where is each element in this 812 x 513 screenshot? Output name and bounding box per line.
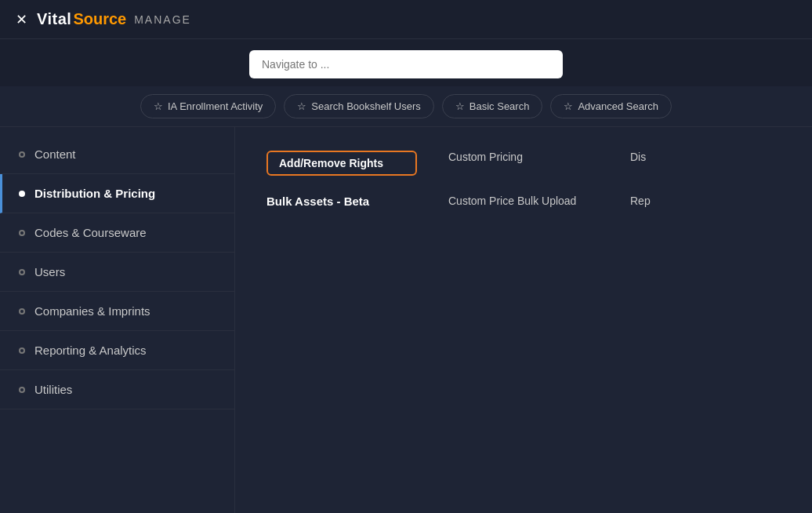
sidebar-dot-icon bbox=[19, 347, 25, 354]
logo-manage-text: MANAGE bbox=[134, 13, 191, 26]
sidebar-item-distribution-pricing[interactable]: Distribution & Pricing bbox=[0, 174, 234, 213]
sidebar-dot-icon bbox=[19, 230, 25, 236]
sidebar: Content Distribution & Pricing Codes & C… bbox=[0, 127, 235, 513]
sidebar-dot-icon bbox=[19, 151, 25, 158]
sidebar-item-companies-imprints[interactable]: Companies & Imprints bbox=[0, 292, 234, 331]
logo-source-text: Source bbox=[73, 10, 126, 28]
link-add-remove-rights[interactable]: Add/Remove Rights bbox=[266, 151, 417, 176]
bookmark-ia-enrollment[interactable]: ☆ IA Enrollment Activity bbox=[140, 94, 276, 118]
sidebar-item-reporting-label: Reporting & Analytics bbox=[34, 344, 147, 357]
sidebar-item-companies-label: Companies & Imprints bbox=[34, 304, 150, 318]
link-bulk-assets-beta[interactable]: Bulk Assets - Beta bbox=[266, 195, 417, 208]
navigate-input[interactable] bbox=[249, 50, 563, 78]
link-custom-price-bulk-upload[interactable]: Custom Price Bulk Upload bbox=[448, 195, 599, 208]
sidebar-item-content-label: Content bbox=[34, 147, 76, 161]
app-logo: VitalSource MANAGE bbox=[37, 10, 191, 28]
sidebar-item-content[interactable]: Content bbox=[0, 135, 234, 174]
bookmark-search-bookshelf-label: Search Bookshelf Users bbox=[311, 100, 420, 112]
search-area bbox=[0, 39, 812, 86]
content-grid: Add/Remove Rights Custom Pricing Dis Bul… bbox=[266, 151, 781, 208]
sidebar-item-codes-courseware[interactable]: Codes & Courseware bbox=[0, 213, 234, 253]
bookmark-advanced-search-label: Advanced Search bbox=[578, 100, 658, 112]
sidebar-item-distribution-label: Distribution & Pricing bbox=[34, 187, 155, 200]
sidebar-item-codes-label: Codes & Courseware bbox=[34, 226, 147, 239]
link-rep-truncated: Rep bbox=[630, 195, 781, 208]
main-layout: Content Distribution & Pricing Codes & C… bbox=[0, 127, 812, 513]
sidebar-dot-icon bbox=[19, 387, 25, 393]
bookmark-ia-enrollment-label: IA Enrollment Activity bbox=[168, 100, 263, 112]
bookmark-basic-search[interactable]: ☆ Basic Search bbox=[442, 94, 543, 118]
sidebar-item-users[interactable]: Users bbox=[0, 253, 234, 292]
star-icon: ☆ bbox=[297, 100, 306, 112]
app-header: ✕ VitalSource MANAGE bbox=[0, 0, 812, 39]
sidebar-item-utilities[interactable]: Utilities bbox=[0, 370, 234, 409]
link-dis-truncated: Dis bbox=[630, 151, 781, 176]
sidebar-dot-icon bbox=[19, 269, 25, 275]
content-area: Add/Remove Rights Custom Pricing Dis Bul… bbox=[235, 127, 812, 513]
sidebar-item-users-label: Users bbox=[34, 265, 65, 278]
sidebar-dot-icon bbox=[19, 308, 25, 315]
sidebar-item-utilities-label: Utilities bbox=[34, 383, 72, 396]
star-icon: ☆ bbox=[154, 100, 163, 112]
bookmark-basic-search-label: Basic Search bbox=[469, 100, 530, 112]
bookmark-advanced-search[interactable]: ☆ Advanced Search bbox=[550, 94, 672, 118]
star-icon: ☆ bbox=[564, 100, 573, 112]
logo-vital-text: Vital bbox=[37, 10, 71, 28]
star-icon: ☆ bbox=[455, 100, 465, 112]
sidebar-dot-icon bbox=[19, 191, 25, 197]
bookmarks-bar: ☆ IA Enrollment Activity ☆ Search Booksh… bbox=[0, 86, 812, 127]
close-button[interactable]: ✕ bbox=[16, 11, 27, 28]
sidebar-item-reporting-analytics[interactable]: Reporting & Analytics bbox=[0, 331, 234, 370]
link-custom-pricing[interactable]: Custom Pricing bbox=[448, 151, 599, 176]
bookmark-search-bookshelf[interactable]: ☆ Search Bookshelf Users bbox=[284, 94, 433, 118]
